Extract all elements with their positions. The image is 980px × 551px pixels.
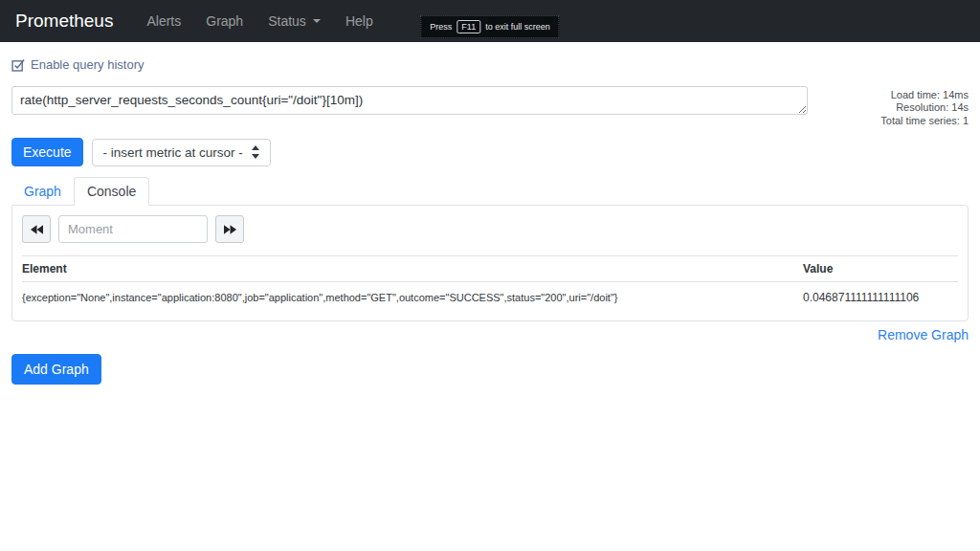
- brand-prometheus[interactable]: Prometheus: [15, 11, 113, 32]
- query-row: rate(http_server_requests_seconds_count{…: [11, 86, 969, 128]
- column-header-value: Value: [803, 256, 958, 282]
- table-row: {exception="None",instance="application:…: [22, 282, 958, 312]
- enable-query-history-label: Enable query history: [31, 57, 145, 72]
- panel-tabs: Graph Console: [11, 177, 969, 205]
- resolution: Resolution: 14s: [880, 101, 969, 115]
- tab-console[interactable]: Console: [74, 177, 149, 206]
- nav-item-help-label: Help: [345, 13, 373, 29]
- nav-item-status[interactable]: Status: [256, 6, 333, 36]
- console-panel: Element Value {exception="None",instance…: [11, 205, 969, 321]
- moment-forward-button[interactable]: [215, 215, 244, 243]
- tab-graph[interactable]: Graph: [11, 178, 74, 205]
- chevron-down-icon: [313, 19, 321, 23]
- series-labels: {exception="None",instance="application:…: [22, 282, 803, 312]
- insert-metric-dropdown[interactable]: - insert metric at cursor -: [92, 139, 271, 166]
- load-time: Load time: 14ms: [880, 89, 969, 102]
- nav-item-status-label: Status: [268, 13, 306, 29]
- updown-arrows-icon: [252, 145, 259, 159]
- insert-metric-dropdown-value: - insert metric at cursor -: [103, 145, 243, 160]
- add-graph-row: Add Graph: [11, 354, 969, 385]
- nav-item-alerts[interactable]: Alerts: [134, 6, 193, 36]
- query-actions-row: Execute - insert metric at cursor -: [11, 138, 969, 166]
- fullscreen-hint-suffix: to exit full screen: [485, 22, 550, 32]
- add-graph-button[interactable]: Add Graph: [11, 354, 101, 385]
- execute-button[interactable]: Execute: [11, 138, 83, 166]
- total-time-series: Total time series: 1: [880, 115, 969, 128]
- remove-graph-link[interactable]: Remove Graph: [878, 327, 969, 342]
- nav-item-graph[interactable]: Graph: [193, 6, 256, 36]
- query-stats: Load time: 14ms Resolution: 14s Total ti…: [880, 86, 969, 128]
- rewind-icon: [31, 225, 43, 234]
- fullscreen-hint-prefix: Press: [430, 22, 452, 32]
- table-header-row: Element Value: [22, 256, 958, 282]
- fast-forward-icon: [224, 225, 236, 234]
- expression-input[interactable]: rate(http_server_requests_seconds_count{…: [11, 86, 808, 115]
- nav-item-graph-label: Graph: [206, 13, 243, 29]
- column-header-element: Element: [22, 256, 803, 282]
- moment-controls: [22, 215, 958, 243]
- nav-item-alerts-label: Alerts: [146, 13, 181, 29]
- page-content: Enable query history rate(http_server_re…: [0, 42, 980, 385]
- remove-graph-row: Remove Graph: [11, 326, 969, 343]
- enable-query-history-toggle[interactable]: Enable query history: [11, 57, 145, 72]
- fullscreen-exit-hint: Press F11 to exit full screen: [420, 15, 559, 38]
- moment-back-button[interactable]: [22, 215, 51, 243]
- moment-input[interactable]: [58, 215, 208, 243]
- navbar: Prometheus Alerts Graph Status Help Pres…: [0, 0, 980, 42]
- series-value: 0.046871111111111106: [803, 282, 958, 312]
- console-result-table: Element Value {exception="None",instance…: [22, 255, 958, 311]
- checked-checkbox-icon: [11, 58, 25, 72]
- f11-keycap: F11: [457, 20, 480, 33]
- nav-item-help[interactable]: Help: [333, 6, 386, 36]
